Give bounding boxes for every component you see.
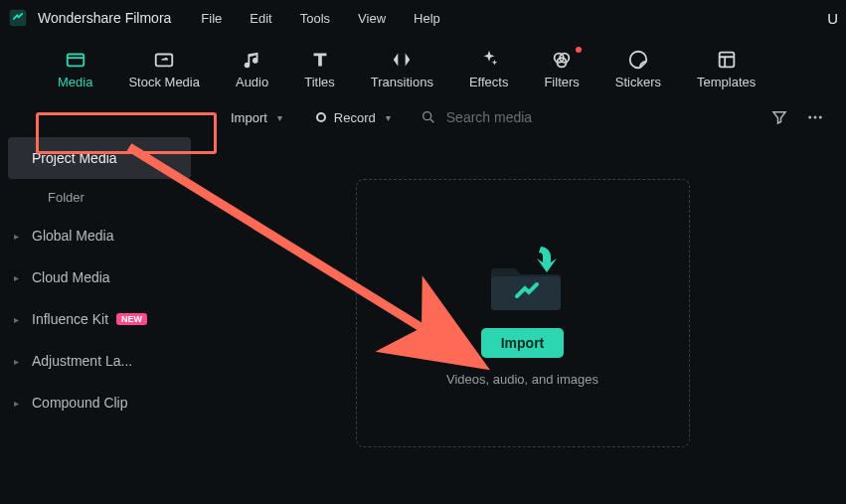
record-dropdown[interactable]: Record ▾ [304, 104, 403, 131]
menu-edit[interactable]: Edit [250, 11, 271, 26]
main-menu: File Edit Tools View Help [201, 11, 439, 26]
sidebar-item-label: Project Media [32, 150, 117, 166]
tab-label: Stock Media [128, 75, 200, 89]
sidebar-item-folder[interactable]: Folder [0, 179, 199, 215]
tab-label: Templates [697, 75, 756, 89]
sidebar-item-label: Folder [48, 190, 85, 205]
tab-filters[interactable]: Filters [526, 45, 596, 89]
text-icon [309, 49, 331, 71]
menu-tools[interactable]: Tools [300, 11, 330, 26]
tab-transitions[interactable]: Transitions [353, 45, 451, 89]
tab-label: Stickers [615, 75, 661, 89]
folder-import-icon [483, 239, 563, 308]
tab-label: Filters [544, 75, 579, 89]
chevron-right-icon: ▸ [14, 398, 19, 409]
svg-point-8 [808, 116, 811, 119]
app-name: Wondershare Filmora [38, 10, 171, 26]
chevron-right-icon: ▸ [14, 231, 19, 242]
sidebar-item-influence-kit[interactable]: ▸ Influence Kit NEW [0, 298, 199, 340]
import-drop-zone[interactable]: Import Videos, audio, and images [356, 179, 690, 447]
media-icon [65, 49, 86, 71]
search-input[interactable] [446, 109, 645, 125]
svg-point-9 [814, 116, 817, 119]
filter-icon [551, 49, 573, 71]
toolbar-right [770, 108, 836, 126]
sidebar-item-global-media[interactable]: ▸ Global Media [0, 215, 199, 256]
sidebar-item-label: Cloud Media [32, 269, 110, 285]
content-area: Project Media Folder ▸ Global Media ▸ Cl… [0, 137, 846, 504]
search-icon [421, 109, 436, 125]
title-bar: Wondershare Filmora File Edit Tools View… [0, 0, 846, 36]
sidebar-item-project-media[interactable]: Project Media [8, 137, 191, 179]
record-label: Record [334, 110, 376, 125]
chevron-down-icon: ▾ [386, 112, 391, 123]
drop-description: Videos, audio, and images [446, 372, 598, 387]
filter-settings-icon[interactable] [770, 108, 788, 126]
sidebar-item-adjustment-layer[interactable]: ▸ Adjustment La... [0, 340, 199, 382]
app-logo-icon [8, 8, 28, 28]
sidebar-item-label: Compound Clip [32, 395, 128, 411]
svg-point-7 [423, 112, 430, 120]
tab-label: Transitions [371, 75, 433, 89]
tab-label: Effects [469, 75, 509, 89]
sidebar: Project Media Folder ▸ Global Media ▸ Cl… [0, 137, 199, 504]
import-label: Import [231, 110, 267, 125]
menu-help[interactable]: Help [414, 11, 440, 26]
sparkle-icon [478, 49, 500, 71]
svg-point-10 [819, 116, 822, 119]
more-icon[interactable] [806, 108, 824, 126]
tab-titles[interactable]: Titles [286, 45, 353, 89]
sidebar-item-cloud-media[interactable]: ▸ Cloud Media [0, 256, 199, 298]
tab-label: Media [58, 75, 92, 89]
menu-file[interactable]: File [201, 11, 222, 26]
menu-view[interactable]: View [358, 11, 386, 26]
tab-label: Titles [304, 75, 335, 89]
tab-effects[interactable]: Effects [451, 45, 527, 89]
title-right-indicator: U [827, 10, 838, 27]
sticker-icon [627, 49, 649, 71]
tab-templates[interactable]: Templates [679, 45, 773, 89]
svg-rect-6 [719, 52, 734, 67]
cloud-icon [153, 49, 175, 71]
toolbar: Import ▾ Record ▾ [0, 97, 846, 137]
template-icon [716, 49, 738, 71]
ribbon-tabs: Media Stock Media Audio Titles Transitio… [0, 36, 846, 97]
sidebar-item-label: Adjustment La... [32, 353, 132, 369]
svg-rect-0 [10, 10, 27, 27]
tab-audio[interactable]: Audio [218, 45, 286, 89]
import-button[interactable]: Import [481, 328, 565, 358]
tab-stock-media[interactable]: Stock Media [110, 45, 218, 89]
music-icon [242, 49, 263, 71]
sidebar-item-label: Influence Kit [32, 311, 108, 327]
chevron-down-icon: ▾ [277, 112, 282, 123]
tab-media[interactable]: Media [40, 45, 110, 89]
tab-stickers[interactable]: Stickers [597, 45, 679, 89]
sidebar-item-label: Global Media [32, 228, 114, 244]
search-wrap [421, 109, 645, 125]
new-badge: NEW [116, 313, 147, 325]
record-icon [316, 112, 326, 122]
chevron-right-icon: ▸ [14, 356, 19, 367]
main-panel: Import Videos, audio, and images [199, 137, 846, 504]
notification-dot-icon [576, 47, 582, 53]
tab-label: Audio [236, 75, 268, 89]
chevron-right-icon: ▸ [14, 272, 19, 283]
import-dropdown[interactable]: Import ▾ [219, 104, 294, 131]
transition-icon [391, 49, 413, 71]
sidebar-item-compound-clip[interactable]: ▸ Compound Clip [0, 382, 199, 423]
chevron-right-icon: ▸ [14, 314, 19, 325]
svg-rect-1 [67, 54, 84, 66]
